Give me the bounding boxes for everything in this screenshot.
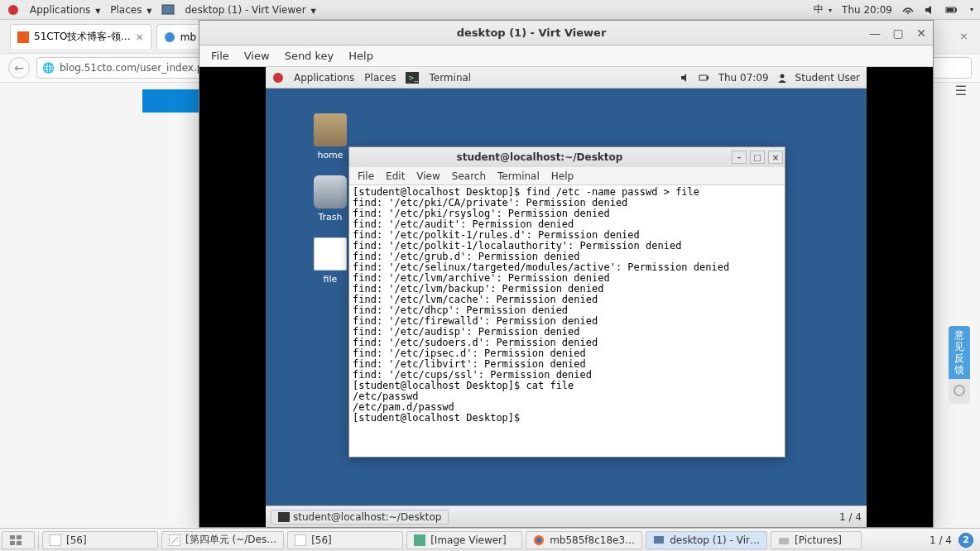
terminal-close-button[interactable]: ×: [768, 151, 783, 164]
virt-viewer-icon: [653, 534, 665, 546]
taskbar-label: desktop (1) - Vir…: [670, 534, 760, 546]
taskbar-item-4[interactable]: [Image Viewer]: [406, 531, 522, 549]
taskbar-label: [Pictures]: [795, 534, 842, 546]
guest-battery-icon[interactable]: [699, 73, 710, 83]
guest-clock[interactable]: Thu 07:09: [718, 72, 769, 84]
globe-icon: 🌐: [42, 62, 55, 74]
guest-screen[interactable]: Applications Places >_ Terminal Thu 07:0…: [266, 67, 867, 527]
desktop-icon-file[interactable]: file: [305, 237, 355, 285]
browser-tab-1[interactable]: 51CTO技术博客-领… ×: [10, 24, 151, 49]
virt-menubar: File View Send key Help: [199, 46, 933, 67]
virt-viewer-window: desktop (1) - Virt Viewer — ▢ ✕ File Vie…: [199, 20, 934, 528]
tab-favicon-2: [164, 31, 175, 43]
guest-desktop[interactable]: home Trash file student@localhost:~/Desk…: [266, 89, 867, 505]
icon-label: home: [305, 150, 355, 161]
desktop-icon-trash[interactable]: Trash: [305, 175, 355, 223]
svg-rect-26: [654, 536, 664, 544]
taskbar-show-desktop[interactable]: [2, 531, 35, 549]
host-ime-indicator[interactable]: 中 ▾: [814, 2, 832, 17]
svg-rect-27: [779, 538, 789, 544]
virt-title: desktop (1) - Virt Viewer: [199, 26, 863, 39]
taskbar-item-3[interactable]: [56]: [287, 531, 403, 549]
host-top-bar: Applications ▼ Places ▼ desktop (1) - Vi…: [0, 0, 980, 20]
background-tab-close-icon[interactable]: ×: [959, 30, 968, 42]
terminal-menu-help[interactable]: Help: [551, 170, 574, 182]
svg-rect-1: [162, 5, 174, 14]
svg-rect-20: [50, 534, 61, 546]
window-close-button[interactable]: ✕: [913, 25, 930, 41]
wifi-icon[interactable]: [902, 4, 914, 16]
virt-menu-sendkey[interactable]: Send key: [285, 50, 334, 62]
battery-icon[interactable]: [945, 4, 958, 16]
close-icon[interactable]: ×: [136, 31, 144, 43]
terminal-menu-edit[interactable]: Edit: [386, 170, 405, 182]
taskbar-label: [Image Viewer]: [430, 534, 507, 546]
host-system-menu[interactable]: ▾: [970, 6, 973, 13]
back-button[interactable]: ←: [8, 57, 30, 79]
svg-point-2: [907, 12, 909, 14]
browser-tab-2[interactable]: mb: [156, 24, 204, 49]
file-icon: [314, 237, 347, 271]
guest-running-app[interactable]: Terminal: [429, 72, 471, 84]
guest-taskbar-entry[interactable]: student@localhost:~/Desktop: [271, 510, 449, 525]
guest-menu-applications[interactable]: Applications: [294, 72, 354, 84]
virt-titlebar[interactable]: desktop (1) - Virt Viewer — ▢ ✕: [199, 21, 933, 46]
host-menu-applications[interactable]: Applications ▼: [30, 4, 100, 16]
svg-rect-22: [295, 534, 306, 546]
taskbar-item-1[interactable]: [56]: [42, 531, 158, 549]
feedback-chat-icon[interactable]: [949, 379, 970, 404]
host-workspace-indicator[interactable]: 1 / 4: [930, 534, 952, 546]
hamburger-icon[interactable]: ☰: [955, 83, 967, 98]
trash-icon: [314, 175, 347, 208]
terminal-menu-view[interactable]: View: [416, 170, 440, 182]
terminal-menu-search[interactable]: Search: [452, 170, 486, 182]
taskbar-label: [第四单元 (~/Des…: [185, 533, 276, 547]
host-clock[interactable]: Thu 20:09: [842, 4, 892, 16]
taskbar-item-2[interactable]: [第四单元 (~/Des…: [161, 531, 284, 549]
user-icon: [777, 73, 787, 83]
guest-user-label[interactable]: Student User: [795, 72, 860, 84]
svg-rect-5: [947, 8, 954, 12]
guest-menu-places[interactable]: Places: [364, 72, 396, 84]
page-panel-fragment: [142, 89, 200, 113]
terminal-titlebar[interactable]: student@localhost:~/Desktop – □ ×: [349, 147, 785, 167]
firefox-icon: [533, 534, 545, 546]
svg-rect-11: [699, 75, 707, 80]
terminal-menu-terminal[interactable]: Terminal: [497, 170, 540, 182]
terminal-menu-file[interactable]: File: [358, 170, 374, 182]
desktop-icon-home[interactable]: home: [305, 113, 355, 161]
taskbar-item-7[interactable]: [Pictures]: [771, 531, 862, 549]
taskbar-item-6-active[interactable]: desktop (1) - Vir…: [646, 531, 767, 549]
icon-label: file: [305, 274, 355, 285]
terminal-minimize-button[interactable]: –: [732, 151, 747, 164]
svg-point-25: [536, 538, 541, 543]
window-minimize-button[interactable]: —: [867, 25, 883, 41]
svg-rect-6: [17, 31, 29, 43]
virt-menu-view[interactable]: View: [244, 50, 270, 62]
notification-badge[interactable]: 2: [958, 533, 973, 548]
guest-workspace-indicator[interactable]: 1 / 4: [839, 511, 862, 523]
feedback-widget[interactable]: 意见 反馈: [949, 326, 970, 404]
guest-volume-icon[interactable]: [680, 73, 690, 83]
svg-rect-14: [278, 512, 290, 522]
window-maximize-button[interactable]: ▢: [890, 25, 906, 41]
virt-menu-help[interactable]: Help: [348, 50, 373, 62]
terminal-maximize-button[interactable]: □: [750, 151, 765, 164]
taskbar-entry-label: student@localhost:~/Desktop: [293, 511, 441, 523]
host-running-app[interactable]: desktop (1) - Virt Viewer ▼: [185, 4, 315, 16]
folder-icon: [778, 534, 790, 546]
svg-rect-17: [17, 535, 22, 539]
gedit-icon: [295, 534, 306, 546]
svg-rect-23: [414, 534, 425, 546]
host-menu-places[interactable]: Places ▼: [110, 4, 151, 16]
image-viewer-icon: [414, 534, 425, 546]
taskbar-label: mb585f8c18e3…: [550, 534, 635, 546]
host-running-app-icon: [161, 3, 175, 17]
volume-icon[interactable]: [924, 4, 935, 16]
taskbar-item-5[interactable]: mb585f8c18e3…: [526, 531, 642, 549]
terminal-output[interactable]: [student@localhost Desktop]$ find /etc -…: [349, 185, 785, 457]
virt-menu-file[interactable]: File: [211, 50, 229, 62]
svg-rect-16: [10, 535, 15, 539]
terminal-icon: [278, 512, 290, 522]
svg-rect-12: [707, 76, 709, 79]
